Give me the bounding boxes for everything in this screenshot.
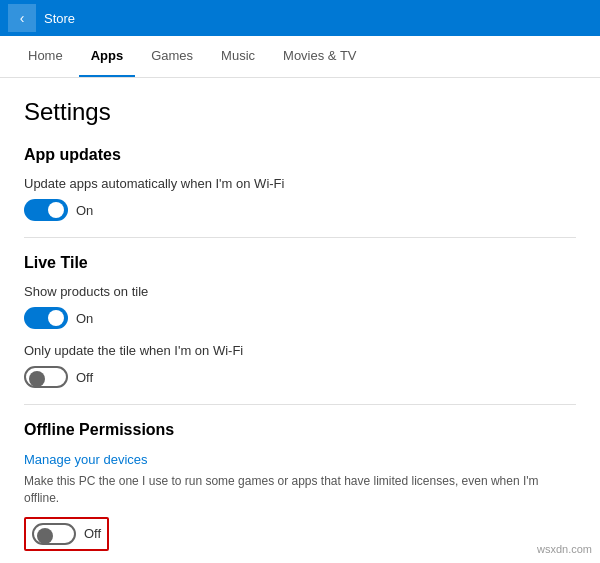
update-tile-wifi-state: Off <box>76 370 93 385</box>
show-products-toggle[interactable] <box>24 307 68 329</box>
auto-update-toggle[interactable] <box>24 199 68 221</box>
main-content: Settings App updates Update apps automat… <box>0 78 600 563</box>
show-products-label: Show products on tile <box>24 284 576 299</box>
auto-update-state: On <box>76 203 93 218</box>
tab-music[interactable]: Music <box>209 36 267 77</box>
auto-update-label: Update apps automatically when I'm on Wi… <box>24 176 576 191</box>
section-live-tile: Live Tile Show products on tile On Only … <box>24 254 576 388</box>
title-bar-title: Store <box>44 11 75 26</box>
back-button[interactable]: ‹ <box>8 4 36 32</box>
divider-2 <box>24 404 576 405</box>
tab-movies[interactable]: Movies & TV <box>271 36 368 77</box>
section-title-live-tile: Live Tile <box>24 254 576 272</box>
section-app-updates: App updates Update apps automatically wh… <box>24 146 576 221</box>
section-offline-permissions: Offline Permissions Manage your devices … <box>24 421 576 551</box>
section-title-app-updates: App updates <box>24 146 576 164</box>
nav-tabs: Home Apps Games Music Movies & TV <box>0 36 600 78</box>
manage-devices-link[interactable]: Manage your devices <box>24 452 148 467</box>
tab-games[interactable]: Games <box>139 36 205 77</box>
show-products-state: On <box>76 311 93 326</box>
offline-toggle[interactable] <box>32 523 76 545</box>
tab-apps[interactable]: Apps <box>79 36 136 77</box>
tab-home[interactable]: Home <box>16 36 75 77</box>
offline-state: Off <box>84 526 101 541</box>
offline-description: Make this PC the one I use to run some g… <box>24 473 544 507</box>
divider-1 <box>24 237 576 238</box>
update-tile-wifi-toggle-row: Off <box>24 366 576 388</box>
section-title-offline: Offline Permissions <box>24 421 576 439</box>
update-tile-wifi-toggle[interactable] <box>24 366 68 388</box>
show-products-toggle-row: On <box>24 307 576 329</box>
title-bar: ‹ Store <box>0 0 600 36</box>
page-title: Settings <box>24 98 576 126</box>
offline-toggle-highlighted: Off <box>24 517 109 551</box>
auto-update-toggle-row: On <box>24 199 576 221</box>
update-tile-wifi-label: Only update the tile when I'm on Wi-Fi <box>24 343 576 358</box>
watermark: wsxdn.com <box>537 543 592 555</box>
